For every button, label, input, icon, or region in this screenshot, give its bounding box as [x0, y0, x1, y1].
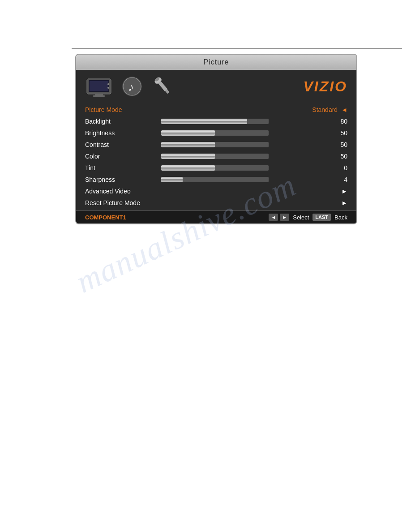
bottom-bar: COMPONENT1 ◄ ► Select LAST Back	[76, 210, 356, 223]
reset-picture-mode-row[interactable]: Reset Picture Mode ►	[76, 197, 356, 209]
picture-menu: Picture	[75, 54, 357, 224]
contrast-value: 50	[334, 141, 347, 148]
brightness-slider-fill	[161, 130, 215, 136]
contrast-row[interactable]: Contrast 50	[76, 139, 356, 150]
brightness-label: Brightness	[85, 129, 157, 137]
contrast-slider-track	[161, 142, 269, 147]
music-icon: ♪	[120, 75, 145, 98]
backlight-value: 80	[334, 118, 347, 125]
color-slider-area	[161, 154, 330, 159]
svg-rect-2	[90, 81, 108, 91]
sharpness-slider-fill	[161, 177, 183, 182]
color-slider-fill	[161, 154, 215, 159]
bottom-controls: ◄ ► Select LAST Back	[269, 214, 347, 221]
tv-icon	[85, 75, 113, 98]
sharpness-slider-track	[161, 177, 269, 182]
top-divider	[72, 48, 402, 49]
sharpness-slider-area	[161, 177, 330, 182]
tint-slider-track	[161, 165, 269, 171]
backlight-row[interactable]: Backlight 80	[76, 116, 356, 127]
color-value: 50	[334, 153, 347, 160]
picture-mode-row[interactable]: Picture Mode Standard ◄	[76, 104, 356, 116]
contrast-label: Contrast	[85, 141, 157, 148]
nav-left-button[interactable]: ◄	[269, 214, 278, 221]
last-button[interactable]: LAST	[313, 214, 331, 221]
sharpness-row[interactable]: Sharpness 4	[76, 174, 356, 185]
svg-rect-3	[95, 94, 103, 95]
color-row[interactable]: Color 50	[76, 150, 356, 162]
contrast-slider-fill	[161, 142, 215, 147]
back-label: Back	[334, 214, 347, 221]
svg-rect-4	[93, 95, 105, 97]
sharpness-value: 4	[334, 176, 347, 183]
picture-mode-arrow: ◄	[341, 106, 347, 113]
vizio-logo: VIZIO	[303, 78, 347, 95]
brightness-slider-track	[161, 130, 269, 136]
backlight-label: Backlight	[85, 118, 157, 125]
tint-row[interactable]: Tint 0	[76, 162, 356, 174]
reset-picture-mode-arrow: ►	[341, 199, 347, 206]
tint-slider-area	[161, 165, 330, 171]
contrast-slider-area	[161, 142, 330, 147]
sharpness-label: Sharpness	[85, 176, 157, 183]
brightness-row[interactable]: Brightness 50	[76, 127, 356, 139]
advanced-video-label: Advanced Video	[85, 188, 157, 195]
color-slider-track	[161, 154, 269, 159]
advanced-video-arrow: ►	[341, 188, 347, 195]
wrench-icon	[152, 75, 174, 98]
color-label: Color	[85, 153, 157, 160]
backlight-slider-area	[161, 119, 330, 124]
select-label: Select	[293, 214, 309, 221]
tint-label: Tint	[85, 164, 157, 172]
brightness-value: 50	[334, 129, 347, 137]
tint-value: 0	[334, 164, 347, 172]
nav-right-button[interactable]: ►	[280, 214, 289, 221]
menu-title-bar: Picture	[76, 55, 356, 70]
brightness-slider-area	[161, 130, 330, 136]
menu-rows: Picture Mode Standard ◄ Backlight 80 Bri…	[76, 102, 356, 210]
menu-body: ♪ VIZIO	[76, 70, 356, 223]
reset-picture-mode-label: Reset Picture Mode	[85, 199, 157, 206]
picture-mode-label: Picture Mode	[85, 106, 157, 113]
picture-mode-value: Standard	[312, 106, 338, 113]
backlight-slider-fill	[161, 119, 247, 124]
svg-point-5	[107, 83, 109, 85]
svg-text:♪: ♪	[128, 81, 134, 94]
source-label: COMPONENT1	[85, 214, 126, 221]
advanced-video-row[interactable]: Advanced Video ►	[76, 185, 356, 197]
tint-slider-fill	[161, 165, 215, 171]
icon-row: ♪ VIZIO	[76, 70, 356, 102]
svg-point-6	[107, 87, 109, 89]
menu-title: Picture	[204, 58, 229, 66]
backlight-slider-track	[161, 119, 269, 124]
